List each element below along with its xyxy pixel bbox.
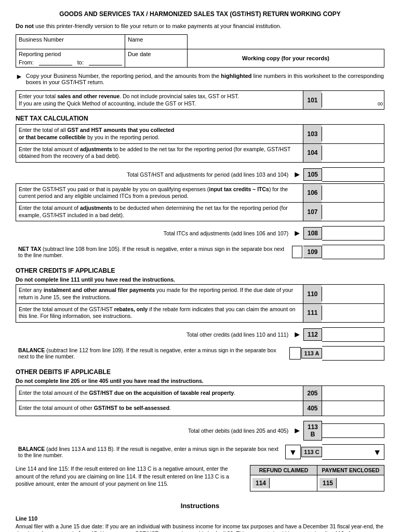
other-debits-box: Enter the total amount of the GST/HST du… [16, 385, 384, 416]
line-112-input[interactable] [322, 327, 384, 342]
line-109-row: NET TAX (subtract line 108 from line 105… [16, 242, 384, 262]
line-114-input[interactable] [272, 477, 315, 489]
itc-box: Enter the GST/HST you paid or that is pa… [16, 183, 384, 222]
line-106-row: Enter the GST/HST you paid or that is pa… [16, 184, 384, 202]
name-label: Name [125, 35, 188, 49]
line-205-input[interactable] [322, 386, 384, 401]
line-101-input[interactable]: 00 [322, 93, 384, 108]
line-205-num: 205 [303, 386, 322, 401]
line-101-box: Enter your total sales and other revenue… [16, 90, 384, 110]
business-number-label: Business Number [16, 35, 125, 49]
line-107-num: 107 [303, 203, 322, 221]
page-title: GOODS AND SERVICES TAX / HARMONIZED SALE… [16, 10, 384, 18]
line-101-row: Enter your total sales and other revenue… [16, 91, 384, 109]
line-106-num: 106 [303, 184, 322, 202]
line-105-arrow: ► [293, 170, 301, 179]
line-107-desc: Enter the total amount of adjustments to… [16, 203, 303, 221]
line-205-row: Enter the total amount of the GST/HST du… [16, 386, 384, 401]
line-205-desc: Enter the total amount of the GST/HST du… [16, 388, 303, 399]
instructions-title: Instructions [16, 502, 384, 510]
line-108-label: Total ITCs and adjustments (add lines 10… [164, 230, 291, 236]
payment-label: PAYMENT ENCLOSED [317, 466, 384, 475]
line-111-num: 111 [303, 304, 322, 322]
instructions-section: Instructions Line 110 Annual filer with … [16, 502, 384, 532]
line-113b-input[interactable] [322, 423, 384, 438]
from-label: From: [19, 59, 34, 65]
line-105-input[interactable] [322, 167, 384, 182]
line-115-input[interactable] [339, 477, 382, 489]
line-113b-label: Total other debits (add lines 205 and 40… [188, 428, 291, 434]
line-107-row: Enter the total amount of adjustments to… [16, 202, 384, 221]
line-103-desc: Enter the total of all GST and HST amoun… [16, 125, 303, 143]
working-copy-label: Working copy (for your records) [188, 49, 384, 68]
line-108-input[interactable] [322, 226, 384, 241]
line-104-row: Enter the total amount of adjustments to… [16, 143, 384, 162]
line-110-row: Enter any instalment and other annual fi… [16, 285, 384, 303]
net-tax-label: NET TAX (subtract line 108 from line 105… [16, 244, 292, 260]
line-405-input[interactable] [322, 401, 384, 416]
intro-text: Do not use this printer-friendly version… [16, 23, 384, 29]
line-109-checkbox[interactable] [292, 246, 302, 258]
line-113c-num: 113 C [301, 447, 322, 457]
line-112-arrow: ► [293, 330, 301, 339]
line-103-row: Enter the total of all GST and HST amoun… [16, 125, 384, 143]
refund-payment-boxes: REFUND CLAIMED 114 PAYMENT ENCLOSED 115 [250, 465, 384, 491]
refund-label: REFUND CLAIMED [250, 466, 317, 475]
net-tax-box: Enter the total of all GST and HST amoun… [16, 124, 384, 163]
line-111-input[interactable] [322, 305, 384, 320]
line-106-desc: Enter the GST/HST you paid or that is pa… [16, 184, 303, 202]
line-115-row: 115 [317, 475, 384, 491]
line-113b-num: 113 B [303, 421, 322, 441]
line-104-desc: Enter the total amount of adjustments to… [16, 144, 303, 162]
copy-instruction: ► Copy your Business Number, the reporti… [16, 73, 384, 85]
line-113a-input[interactable] [322, 346, 384, 361]
line-113a-checkbox[interactable] [289, 347, 301, 360]
line-108-arrow: ► [293, 229, 301, 238]
line-112-label: Total other credits (add lines 110 and 1… [186, 331, 291, 338]
line-107-input[interactable] [322, 205, 384, 219]
other-debits-instruction: Do not complete line 205 or line 405 unt… [16, 378, 384, 384]
refund-box: REFUND CLAIMED 114 [250, 465, 317, 491]
inst-line-110-text: Annual filer with a June 15 due date: If… [16, 523, 383, 532]
line-112-num: 112 [303, 328, 322, 341]
line-110-input[interactable] [322, 287, 384, 301]
line-108-total-row: Total ITCs and adjustments (add lines 10… [16, 224, 384, 242]
other-credits-instruction: Do not complete line 111 until you have … [16, 276, 384, 283]
line-113a-row: BALANCE (subtract line 112 from line 109… [16, 343, 384, 363]
payment-box: PAYMENT ENCLOSED 115 [317, 465, 384, 491]
line-108-num: 108 [303, 227, 322, 240]
reporting-period-label: Reporting period [19, 51, 122, 57]
top-fields: Business Number Name Reporting period Fr… [16, 34, 384, 68]
line-101-num: 101 [303, 91, 322, 109]
line-104-num: 104 [303, 144, 322, 162]
inst-line-110: Line 110 Annual filer with a June 15 due… [16, 515, 384, 532]
line-113b-total-row: Total other debits (add lines 205 and 40… [16, 419, 384, 442]
line-113c-input[interactable]: ▼ [322, 444, 384, 460]
line-109-input[interactable] [322, 245, 384, 259]
line-110-desc: Enter any instalment and other annual fi… [16, 285, 303, 303]
line-115-num: 115 [319, 478, 337, 488]
arrow-icon: ► [16, 72, 23, 81]
line-106-input[interactable] [322, 185, 384, 200]
line-104-input[interactable] [322, 145, 384, 160]
due-date-label: Due date [125, 49, 188, 68]
line-101-desc: Enter your total sales and other revenue… [16, 91, 303, 109]
line-101-cents: 00 [378, 101, 383, 107]
refund-payment-desc: Line 114 and line 115: If the result ent… [16, 465, 250, 491]
line-105-num: 105 [303, 168, 322, 181]
balance2-label: BALANCE (add lines 113 A and 113 B). If … [16, 444, 285, 460]
line-103-input[interactable] [322, 127, 384, 141]
inst-line-110-title: Line 110 [16, 515, 37, 522]
net-tax-title: NET TAX CALCULATION [16, 115, 384, 122]
line-105-total-row: Total GST/HST and adjustments for period… [16, 166, 384, 183]
line-113c-row: BALANCE (add lines 113 A and 113 B). If … [16, 442, 384, 462]
line-405-num: 405 [303, 401, 322, 416]
line-114-row: 114 [250, 475, 317, 491]
line-112-total-row: Total other credits (add lines 110 and 1… [16, 326, 384, 343]
line-111-desc: Enter the total amount of the GST/HST re… [16, 304, 303, 322]
line-114-num: 114 [252, 478, 270, 488]
line-113c-down-arrow: ▼ [285, 445, 301, 459]
to-label: to: [77, 59, 84, 65]
refund-payment-section: Line 114 and line 115: If the result ent… [16, 465, 384, 491]
line-405-row: Enter the total amount of other GST/HST … [16, 401, 384, 416]
